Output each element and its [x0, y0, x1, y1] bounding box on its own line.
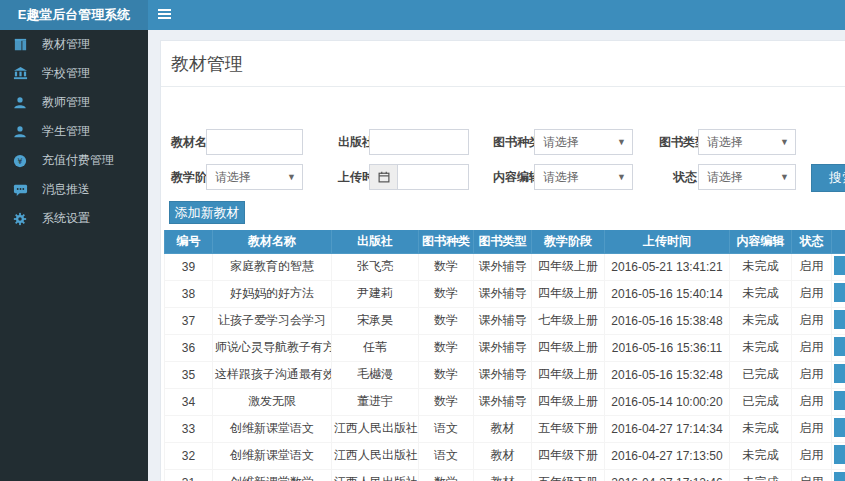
sidebar-item-recharge[interactable]: ¥ 充值付费管理	[0, 146, 148, 175]
row-action-button[interactable]	[834, 283, 845, 302]
sidebar-item-label: 教师管理	[42, 94, 90, 111]
table-row: 33 创维新课堂语文 江西人民出版社 语文 教材 五年级下册 2016-04-2…	[165, 415, 845, 442]
add-material-button[interactable]: 添加新教材	[169, 201, 245, 224]
cell-category: 数学	[419, 280, 474, 307]
material-name-input[interactable]	[206, 129, 303, 155]
topbar: E趣堂后台管理系统	[0, 0, 845, 30]
sidebar-item-teachers[interactable]: 教师管理	[0, 88, 148, 117]
cell-name: 家庭教育的智慧	[213, 253, 332, 280]
table-row: 36 师说心灵导航教子有方 任苇 数学 课外辅导 四年级上册 2016-05-1…	[165, 334, 845, 361]
col-header-id: 编号	[165, 230, 213, 253]
col-header-category: 图书种类	[419, 230, 474, 253]
table-row: 39 家庭教育的智慧 张飞亮 数学 课外辅导 四年级上册 2016-05-21 …	[165, 253, 845, 280]
cell-upload-time: 2016-05-21 13:41:21	[605, 253, 730, 280]
bank-icon	[13, 66, 33, 82]
cell-type: 课外辅导	[474, 280, 532, 307]
table-row: 38 好妈妈的好方法 尹建莉 数学 课外辅导 四年级上册 2016-05-16 …	[165, 280, 845, 307]
cell-type: 课外辅导	[474, 253, 532, 280]
table-header-row: 编号 教材名称 出版社 图书种类 图书类型 教学阶段 上传时间 内容编辑 状态	[165, 230, 845, 253]
chevron-down-icon: ▼	[780, 165, 789, 189]
content-card: 教材管理 教材名称 出版社 图书种类 请选择 ▼ 图书类型 请选择 ▼ 教学阶段…	[160, 40, 845, 481]
filter-form: 教材名称 出版社 图书种类 请选择 ▼ 图书类型 请选择 ▼ 教学阶段 请选择 …	[161, 87, 845, 199]
table-row: 32 创维新课堂语文 江西人民出版社 语文 教材 四年级下册 2016-04-2…	[165, 442, 845, 469]
cell-actions	[832, 415, 845, 442]
teaching-stage-select[interactable]: 请选择 ▼	[206, 164, 303, 190]
cell-actions	[832, 361, 845, 388]
sidebar-item-messages[interactable]: 消息推送	[0, 175, 148, 204]
cell-status: 启用	[792, 469, 832, 481]
cell-name: 创维新课堂数学	[213, 469, 332, 481]
cell-publisher: 江西人民出版社	[332, 442, 419, 469]
gear-icon	[13, 211, 33, 227]
book-category-select[interactable]: 请选择 ▼	[534, 129, 633, 155]
cell-publisher: 张飞亮	[332, 253, 419, 280]
cell-id: 37	[165, 307, 213, 334]
hamburger-icon[interactable]	[158, 9, 172, 21]
cell-status: 启用	[792, 415, 832, 442]
sidebar-item-label: 消息推送	[42, 181, 90, 198]
sidebar-item-students[interactable]: 学生管理	[0, 117, 148, 146]
cell-status: 启用	[792, 388, 832, 415]
row-action-button[interactable]	[834, 472, 845, 481]
row-action-button[interactable]	[834, 337, 845, 356]
row-action-button[interactable]	[834, 256, 845, 275]
select-value: 请选择	[707, 135, 743, 149]
col-header-type: 图书类型	[474, 230, 532, 253]
cell-content-edit: 未完成	[730, 280, 792, 307]
cell-stage: 四年级上册	[532, 361, 605, 388]
chevron-down-icon: ▼	[287, 165, 296, 189]
row-action-button[interactable]	[834, 364, 845, 383]
cell-type: 课外辅导	[474, 307, 532, 334]
row-action-button[interactable]	[834, 418, 845, 437]
cell-category: 数学	[419, 253, 474, 280]
cell-actions	[832, 442, 845, 469]
publisher-input[interactable]	[369, 129, 469, 155]
materials-table: 编号 教材名称 出版社 图书种类 图书类型 教学阶段 上传时间 内容编辑 状态 …	[164, 230, 845, 481]
cell-publisher: 董进宇	[332, 388, 419, 415]
chevron-down-icon: ▼	[617, 165, 626, 189]
row-action-button[interactable]	[834, 445, 845, 464]
sidebar-item-settings[interactable]: 系统设置	[0, 204, 148, 233]
sidebar-item-label: 教材管理	[42, 36, 90, 53]
cell-type: 课外辅导	[474, 361, 532, 388]
sidebar-item-materials[interactable]: 教材管理	[0, 30, 148, 59]
search-button[interactable]: 搜索	[811, 164, 845, 192]
cell-content-edit: 未完成	[730, 415, 792, 442]
row-action-button[interactable]	[834, 310, 845, 329]
message-icon	[13, 182, 33, 198]
cell-stage: 四年级上册	[532, 334, 605, 361]
cell-content-edit: 未完成	[730, 307, 792, 334]
cell-category: 数学	[419, 334, 474, 361]
status-select[interactable]: 请选择 ▼	[698, 164, 796, 190]
col-header-content-edit: 内容编辑	[730, 230, 792, 253]
book-type-select[interactable]: 请选择 ▼	[698, 129, 796, 155]
upload-time-input[interactable]	[397, 164, 469, 190]
teacher-icon	[13, 95, 33, 111]
cell-content-edit: 已完成	[730, 388, 792, 415]
cell-id: 39	[165, 253, 213, 280]
content-edit-select[interactable]: 请选择 ▼	[534, 164, 633, 190]
status-label: 状态	[673, 164, 697, 190]
cell-status: 启用	[792, 361, 832, 388]
sidebar-item-schools[interactable]: 学校管理	[0, 59, 148, 88]
cell-content-edit: 未完成	[730, 253, 792, 280]
cell-stage: 四年级上册	[532, 280, 605, 307]
cell-name: 创维新课堂语文	[213, 442, 332, 469]
cell-id: 33	[165, 415, 213, 442]
table-row: 35 这样跟孩子沟通最有效 毛樾漫 数学 课外辅导 四年级上册 2016-05-…	[165, 361, 845, 388]
select-value: 请选择	[543, 170, 579, 184]
row-action-button[interactable]	[834, 391, 845, 410]
cell-category: 语文	[419, 415, 474, 442]
cell-category: 数学	[419, 388, 474, 415]
page-title: 教材管理	[161, 41, 845, 86]
svg-text:¥: ¥	[17, 157, 22, 166]
cell-publisher: 江西人民出版社	[332, 469, 419, 481]
select-value: 请选择	[543, 135, 579, 149]
cell-status: 启用	[792, 253, 832, 280]
cell-content-edit: 未完成	[730, 442, 792, 469]
cell-actions	[832, 388, 845, 415]
cell-actions	[832, 307, 845, 334]
app-logo[interactable]: E趣堂后台管理系统	[0, 0, 148, 30]
cell-publisher: 任苇	[332, 334, 419, 361]
cell-category: 语文	[419, 442, 474, 469]
